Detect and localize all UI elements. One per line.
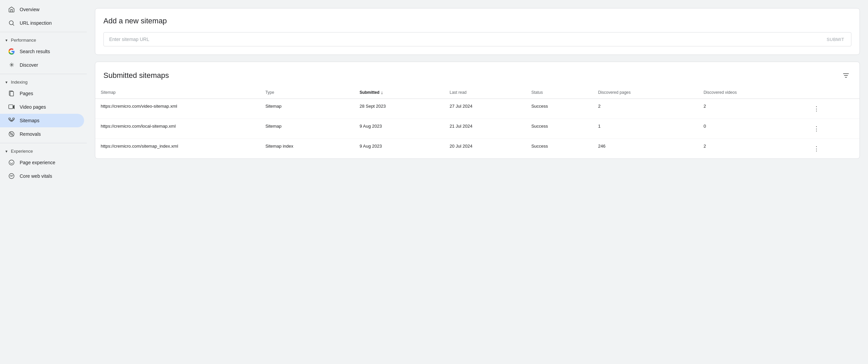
cell-actions-2: ⋮ [805,139,860,159]
col-discovered-videos: Discovered videos [698,86,805,99]
submitted-sitemaps-title: Submitted sitemaps [103,71,169,80]
sidebar-item-discover-label: Discover [20,62,38,68]
col-submitted[interactable]: Submitted ↓ [354,86,444,99]
cell-last-read-0: 27 Jul 2024 [444,99,526,119]
cell-type-1: Sitemap [260,119,354,139]
sidebar-section-indexing-label: Indexing [11,80,27,85]
sitemaps-card-header: Submitted sitemaps [95,62,860,86]
sidebar-item-overview-label: Overview [20,7,39,12]
sidebar-item-sitemaps[interactable]: Sitemaps [0,114,84,127]
sidebar-item-url-inspection-label: URL inspection [20,20,52,26]
pages-icon [8,90,15,97]
sidebar-item-removals[interactable]: Removals [0,127,84,141]
sidebar-item-removals-label: Removals [20,131,41,137]
sidebar-item-video-pages[interactable]: Video pages [0,100,84,114]
nav-divider-1 [0,32,87,32]
col-actions [805,86,860,99]
col-sitemap: Sitemap [95,86,260,99]
table-row: https://cremicro.com/sitemap_index.xml S… [95,139,860,159]
sidebar-item-page-experience[interactable]: Page experience [0,156,84,169]
nav-divider-3 [0,143,87,143]
asterisk-icon: ✳ [8,62,15,68]
sidebar-item-core-web-vitals-label: Core web vitals [20,173,52,179]
main-content: Add a new sitemap SUBMIT Submitted sitem… [87,0,868,364]
sidebar-item-pages-label: Pages [20,91,33,96]
experience-icon [8,159,15,166]
home-icon [8,6,15,13]
cell-discovered-pages-1: 1 [593,119,698,139]
submitted-sitemaps-card: Submitted sitemaps Sitemap Type [95,62,860,159]
vitals-icon [8,173,15,179]
sidebar-section-experience-label: Experience [11,149,33,154]
sidebar-item-discover[interactable]: ✳ Discover [0,58,84,72]
sidebar-item-sitemaps-label: Sitemaps [20,118,39,123]
cell-type-2: Sitemap index [260,139,354,159]
cell-status-1: Success [526,119,593,139]
svg-point-16 [9,160,14,165]
cell-url-2: https://cremicro.com/sitemap_index.xml [95,139,260,159]
svg-rect-3 [10,91,14,96]
sidebar-item-core-web-vitals[interactable]: Core web vitals [0,169,84,183]
sidebar-item-video-pages-label: Video pages [20,104,46,110]
cell-discovered-pages-2: 246 [593,139,698,159]
nav-divider-2 [0,74,87,74]
svg-rect-4 [9,105,13,109]
sidebar-section-indexing[interactable]: ▾ Indexing [0,76,87,87]
table-header-row: Sitemap Type Submitted ↓ Last read [95,86,860,99]
sort-arrow-icon: ↓ [381,90,383,95]
removals-icon [8,131,15,137]
cell-discovered-pages-0: 2 [593,99,698,119]
sidebar-item-pages[interactable]: Pages [0,87,84,100]
svg-line-1 [13,24,14,26]
chevron-down-icon: ▾ [5,38,7,43]
sidebar-item-search-results[interactable]: Search results [0,45,84,58]
cell-discovered-videos-2: 2 [698,139,805,159]
search-icon [8,20,15,26]
sidebar-section-performance-label: Performance [11,38,36,43]
cell-url-1: https://cremicro.com/local-sitemap.xml [95,119,260,139]
filter-button[interactable] [841,70,851,81]
cell-url-0: https://cremicro.com/video-sitemap.xml [95,99,260,119]
more-options-button-0[interactable]: ⋮ [811,104,822,114]
col-last-read: Last read [444,86,526,99]
cell-submitted-0: 28 Sept 2023 [354,99,444,119]
sidebar-item-url-inspection[interactable]: URL inspection [0,16,84,30]
col-discovered-pages: Discovered pages [593,86,698,99]
svg-line-14 [9,132,14,136]
chevron-down-icon-indexing: ▾ [5,80,7,85]
sidebar: Overview URL inspection ▾ Performance Se… [0,0,87,364]
col-status: Status [526,86,593,99]
cell-actions-0: ⋮ [805,99,860,119]
sidebar-item-overview[interactable]: Overview [0,3,84,16]
sitemap-url-input[interactable] [104,33,820,46]
submit-button[interactable]: SUBMIT [820,33,851,46]
sidebar-section-performance[interactable]: ▾ Performance [0,34,87,45]
sidebar-item-page-experience-label: Page experience [20,160,55,165]
sidebar-section-experience[interactable]: ▾ Experience [0,145,87,156]
svg-rect-6 [9,118,11,120]
sitemaps-table-body: https://cremicro.com/video-sitemap.xml S… [95,99,860,159]
cell-last-read-1: 21 Jul 2024 [444,119,526,139]
more-options-button-2[interactable]: ⋮ [811,144,822,154]
svg-rect-8 [13,118,14,120]
sitemaps-icon [8,117,15,124]
cell-actions-1: ⋮ [805,119,860,139]
table-row: https://cremicro.com/local-sitemap.xml S… [95,119,860,139]
video-icon [8,104,15,110]
google-icon [8,48,15,55]
add-sitemap-card: Add a new sitemap SUBMIT [95,8,860,55]
svg-point-0 [9,21,13,25]
cell-discovered-videos-0: 2 [698,99,805,119]
chevron-down-icon-experience: ▾ [5,149,7,154]
more-options-button-1[interactable]: ⋮ [811,124,822,134]
cell-status-2: Success [526,139,593,159]
sidebar-item-search-results-label: Search results [20,49,50,54]
table-row: https://cremicro.com/video-sitemap.xml S… [95,99,860,119]
cell-status-0: Success [526,99,593,119]
sitemaps-table: Sitemap Type Submitted ↓ Last read [95,86,860,158]
col-type: Type [260,86,354,99]
cell-type-0: Sitemap [260,99,354,119]
add-sitemap-title: Add a new sitemap [103,17,851,25]
cell-discovered-videos-1: 0 [698,119,805,139]
cell-last-read-2: 20 Jul 2024 [444,139,526,159]
